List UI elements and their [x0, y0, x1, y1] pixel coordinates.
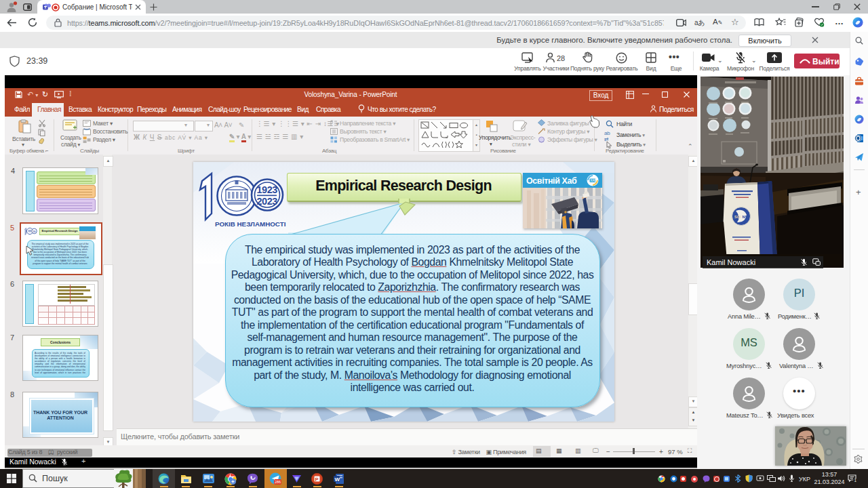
svg-text:1923: 1923 — [257, 184, 278, 195]
svg-text:W: W — [335, 476, 340, 483]
svg-text:РОКІВ НЕЗЛАМНОСТІ: РОКІВ НЕЗЛАМНОСТІ — [215, 220, 286, 228]
svg-text:ХАБ: ХАБ — [591, 179, 597, 182]
svg-text:1: 1 — [854, 478, 856, 483]
svg-text:SCI: SCI — [734, 215, 741, 219]
svg-text:Освітній Хаб: Освітній Хаб — [526, 176, 577, 186]
svg-text:2023: 2023 — [257, 196, 278, 207]
svg-text:P: P — [315, 476, 319, 483]
svg-text:19: 19 — [33, 230, 35, 233]
svg-text:NS: NS — [743, 215, 748, 219]
